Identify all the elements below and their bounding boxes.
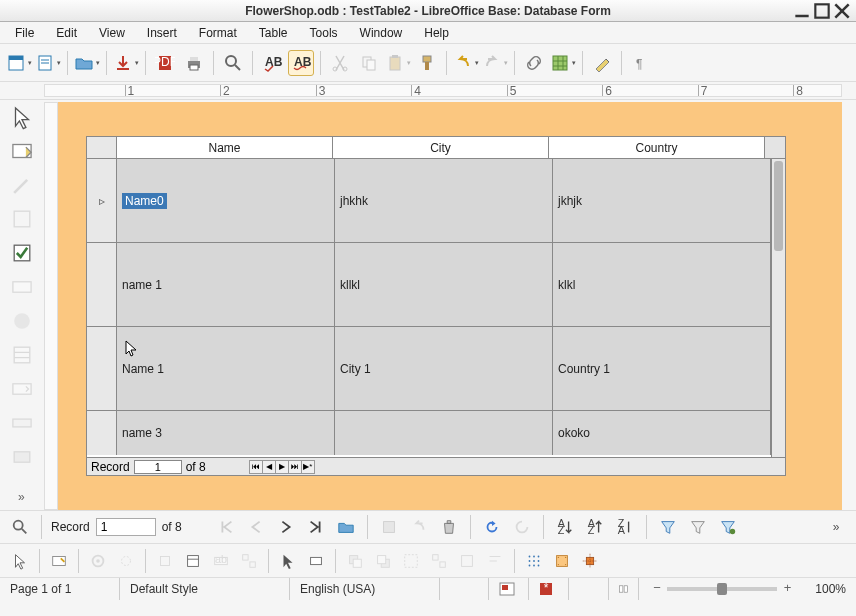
select-tool-2[interactable]	[8, 549, 32, 573]
maximize-button[interactable]	[812, 3, 832, 19]
cell-name[interactable]: name 1	[117, 243, 335, 326]
cell-country[interactable]: okoko	[553, 411, 771, 455]
sort-desc-button[interactable]: AZ	[583, 515, 607, 539]
status-zoom[interactable]: 100%	[805, 578, 856, 600]
cell-country[interactable]: klkl	[553, 243, 771, 326]
autospell-button[interactable]: AB	[288, 50, 314, 76]
next-record-button[interactable]: ▶	[275, 460, 289, 474]
status-selection-mode[interactable]	[489, 578, 529, 600]
cell-city[interactable]	[335, 411, 553, 455]
status-view-layout[interactable]	[609, 578, 639, 600]
menu-table[interactable]: Table	[250, 23, 297, 43]
sort-asc-button[interactable]: AZ	[553, 515, 577, 539]
cell-name[interactable]: Name 1	[117, 327, 335, 410]
toolbar-overflow-chevron[interactable]: »	[824, 515, 848, 539]
row-selector[interactable]	[87, 327, 117, 410]
autofilter-button[interactable]	[656, 515, 680, 539]
nav-new-record-button[interactable]	[334, 515, 358, 539]
insert-table-button[interactable]	[550, 50, 576, 76]
open-button[interactable]	[74, 50, 100, 76]
menu-file[interactable]: File	[6, 23, 43, 43]
cell-city[interactable]: City 1	[335, 327, 553, 410]
checkbox-control[interactable]	[9, 240, 35, 266]
guides-when-moving-button[interactable]	[578, 549, 602, 573]
undo-entry-button[interactable]	[407, 515, 431, 539]
hyperlink-button[interactable]	[521, 50, 547, 76]
cell-country[interactable]: Country 1	[553, 327, 771, 410]
print-button[interactable]	[181, 50, 207, 76]
save-button[interactable]	[113, 50, 139, 76]
undo-button[interactable]	[453, 50, 479, 76]
status-page[interactable]: Page 1 of 1	[0, 578, 120, 600]
sort-button[interactable]: ZA	[613, 515, 637, 539]
prev-record-button[interactable]: ◀	[262, 460, 276, 474]
refresh-control-button[interactable]	[510, 515, 534, 539]
refresh-button[interactable]	[480, 515, 504, 539]
status-style[interactable]: Default Style	[120, 578, 290, 600]
status-doc-modified[interactable]: *	[529, 578, 569, 600]
nav-first-button[interactable]	[214, 515, 238, 539]
toolbar-expand-chevron[interactable]: »	[18, 490, 25, 504]
delete-record-button[interactable]	[437, 515, 461, 539]
snap-to-grid-button[interactable]	[550, 549, 574, 573]
nav-record-input[interactable]	[96, 518, 156, 536]
auto-control-focus-button[interactable]	[304, 549, 328, 573]
menu-format[interactable]: Format	[190, 23, 246, 43]
cell-city[interactable]: jhkhk	[335, 159, 553, 242]
status-insert-mode[interactable]	[440, 578, 489, 600]
menu-help[interactable]: Help	[415, 23, 458, 43]
menu-edit[interactable]: Edit	[47, 23, 86, 43]
cell-city[interactable]: kllkl	[335, 243, 553, 326]
cell-country[interactable]: jkhjk	[553, 159, 771, 242]
formatting-marks-button[interactable]: ¶	[628, 50, 654, 76]
table-vscrollbar[interactable]	[771, 159, 785, 457]
row-selector[interactable]: ▹	[87, 159, 117, 242]
nav-last-button[interactable]	[304, 515, 328, 539]
menu-insert[interactable]: Insert	[138, 23, 186, 43]
open-design-button[interactable]	[276, 549, 300, 573]
select-all-corner[interactable]	[87, 137, 117, 159]
nav-next-button[interactable]	[274, 515, 298, 539]
clone-formatting-button[interactable]	[414, 50, 440, 76]
svg-point-37	[14, 313, 30, 329]
form-filter-button[interactable]	[716, 515, 740, 539]
design-mode-toggle[interactable]	[47, 549, 71, 573]
form-navigator-button[interactable]	[181, 549, 205, 573]
cell-name[interactable]: Name0	[117, 159, 335, 242]
menu-tools[interactable]: Tools	[301, 23, 347, 43]
export-pdf-button[interactable]: PDF	[152, 50, 178, 76]
menu-view[interactable]: View	[90, 23, 134, 43]
select-tool[interactable]	[9, 104, 35, 130]
cell-name[interactable]: name 3	[117, 411, 335, 455]
horizontal-ruler[interactable]: 1 2 3 4 5 6 7 8	[44, 84, 842, 97]
nav-prev-button[interactable]	[244, 515, 268, 539]
zoom-slider[interactable]	[667, 587, 777, 591]
column-header-country[interactable]: Country	[549, 137, 765, 159]
svg-rect-22	[367, 60, 375, 70]
new-record-button[interactable]: ▶*	[301, 460, 315, 474]
record-number-input[interactable]	[134, 460, 182, 474]
status-signature[interactable]	[569, 578, 609, 600]
menu-window[interactable]: Window	[351, 23, 412, 43]
row-selector[interactable]	[87, 243, 117, 326]
spellcheck-button[interactable]: AB	[259, 50, 285, 76]
first-record-button[interactable]: ⏮	[249, 460, 263, 474]
column-header-city[interactable]: City	[333, 137, 549, 159]
save-record-button[interactable]	[377, 515, 401, 539]
minimize-button[interactable]	[792, 3, 812, 19]
row-selector[interactable]	[87, 411, 117, 455]
find-button[interactable]	[220, 50, 246, 76]
page-canvas[interactable]: Name City Country ▹ Name0 jhkhk jkhjk	[58, 102, 842, 510]
find-record-button[interactable]	[8, 515, 32, 539]
apply-filter-button[interactable]	[686, 515, 710, 539]
display-grid-button[interactable]	[522, 549, 546, 573]
design-mode-button[interactable]	[9, 138, 35, 164]
last-record-button[interactable]: ⏭	[288, 460, 302, 474]
close-button[interactable]	[832, 3, 852, 19]
status-language[interactable]: English (USA)	[290, 578, 440, 600]
templates-button[interactable]	[35, 50, 61, 76]
show-draw-functions-button[interactable]	[589, 50, 615, 76]
column-header-name[interactable]: Name	[117, 137, 333, 159]
new-button[interactable]	[6, 50, 32, 76]
vertical-ruler[interactable]	[44, 102, 58, 510]
